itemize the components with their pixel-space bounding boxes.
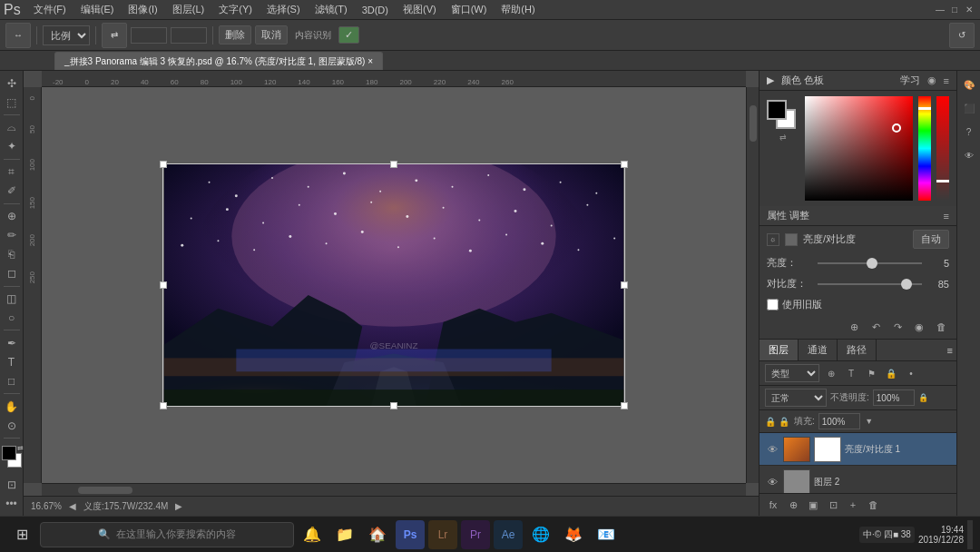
adj-icon-5[interactable]: 🗑: [933, 319, 949, 335]
menu-file[interactable]: 文件(F): [26, 1, 74, 18]
lasso-tool[interactable]: ⌓: [2, 119, 22, 136]
swatches-toggle[interactable]: ⬛: [959, 98, 979, 118]
cancel-btn[interactable]: 取消: [255, 25, 288, 44]
horizontal-scrollbar[interactable]: [42, 483, 746, 496]
crop-tool[interactable]: ⌗: [2, 163, 22, 181]
store-button[interactable]: 🏠: [363, 520, 392, 549]
contrast-slider[interactable]: [818, 278, 922, 291]
reset-btn[interactable]: ↺: [949, 23, 975, 48]
handle-middle-right[interactable]: [621, 281, 628, 289]
swap-icon[interactable]: ⇄: [779, 133, 787, 142]
eye-toggle[interactable]: 👁: [959, 145, 979, 165]
layer-tb-icon-4[interactable]: 🔒: [883, 365, 899, 381]
checkmark-btn[interactable]: ✓: [338, 26, 359, 44]
tab-channels[interactable]: 通道: [799, 340, 838, 360]
adj-icon-3[interactable]: ↷: [889, 319, 906, 335]
layer-adj-btn[interactable]: ▣: [805, 497, 821, 513]
layer-new-btn[interactable]: +: [845, 497, 861, 513]
menu-layer[interactable]: 图层(L): [165, 1, 211, 18]
layer-group-btn[interactable]: ⊡: [825, 497, 841, 513]
document-tab[interactable]: _拼接3 Panorama 编辑 3 恢复的.psd @ 16.7% (亮度/对…: [54, 52, 383, 70]
auto-btn[interactable]: 自动: [913, 230, 949, 249]
healing-tool[interactable]: ⊕: [2, 208, 22, 225]
handle-top-middle[interactable]: [390, 161, 397, 168]
maximize-button[interactable]: □: [947, 3, 962, 17]
close-button[interactable]: ✕: [962, 3, 976, 17]
adj-icon-2[interactable]: ↶: [867, 319, 884, 335]
layer-mask-btn[interactable]: ⊕: [785, 497, 801, 513]
foreground-swatch[interactable]: [767, 100, 787, 120]
menu-select[interactable]: 选择(S): [260, 1, 308, 18]
handle-bottom-right[interactable]: [621, 402, 628, 409]
right-panel-icon[interactable]: ▶: [767, 74, 774, 86]
show-desktop-button[interactable]: [967, 520, 973, 549]
vertical-scroll-thumb[interactable]: [750, 105, 757, 142]
delete-btn[interactable]: 删除: [219, 25, 251, 44]
browser-button[interactable]: 🌐: [526, 520, 555, 549]
layer-item-0[interactable]: 👁 亮度/对比度 1: [760, 433, 956, 466]
files-button[interactable]: 📁: [330, 520, 359, 549]
menu-view[interactable]: 视图(V): [396, 1, 444, 18]
eraser-tool[interactable]: ◻: [2, 265, 22, 282]
learn-label[interactable]: 学习: [900, 74, 920, 87]
x-field[interactable]: [131, 27, 167, 44]
email-button[interactable]: 📧: [592, 520, 621, 549]
menu-3d[interactable]: 3D(D): [355, 3, 396, 17]
menu-help[interactable]: 帮助(H): [494, 1, 542, 18]
layer-eye-0[interactable]: 👁: [765, 442, 779, 457]
color-panel-toggle[interactable]: 🎨: [959, 74, 979, 94]
blend-mode-select[interactable]: 正常: [765, 389, 827, 407]
canvas-image[interactable]: @SEANINZ: [162, 163, 625, 407]
handle-bottom-left[interactable]: [160, 402, 167, 409]
adj-layer-icon[interactable]: ☼: [767, 233, 779, 246]
foreground-color[interactable]: [2, 446, 16, 460]
stamp-tool[interactable]: ⎗: [2, 246, 22, 263]
tab-paths[interactable]: 路径: [838, 340, 877, 360]
transform-mode-select[interactable]: 比例: [43, 25, 90, 45]
menu-text[interactable]: 文字(Y): [211, 1, 260, 18]
quick-mask-btn[interactable]: ⊡: [2, 476, 22, 493]
move-tool[interactable]: ✣: [2, 74, 22, 92]
lightroom-button[interactable]: Lr: [428, 520, 457, 549]
panel-eye-icon[interactable]: ◉: [927, 74, 936, 86]
pen-tool[interactable]: ✒: [2, 334, 22, 351]
brush-tool[interactable]: ✏: [2, 227, 22, 244]
zoom-tool[interactable]: ⊙: [2, 417, 22, 434]
search-bar[interactable]: 🔍 在这里输入你要搜索的内容: [40, 522, 294, 547]
brightness-thumb[interactable]: [867, 258, 877, 269]
warp-btn[interactable]: ⇄: [102, 23, 127, 48]
swap-colors-icon[interactable]: ⇄: [17, 444, 24, 452]
contrast-thumb[interactable]: [901, 279, 912, 290]
premiere-button[interactable]: Pr: [461, 520, 490, 549]
status-arrow-left[interactable]: ◀: [69, 501, 76, 511]
use-legacy-checkbox[interactable]: [767, 299, 779, 310]
menu-edit[interactable]: 编辑(E): [74, 1, 122, 18]
learn-toggle[interactable]: ?: [959, 122, 979, 142]
magic-wand-tool[interactable]: ✦: [2, 138, 22, 155]
dodge-tool[interactable]: ○: [2, 309, 22, 326]
horizontal-scroll-thumb[interactable]: [78, 487, 132, 494]
eyedropper-tool[interactable]: ✐: [2, 182, 22, 200]
handle-top-right[interactable]: [621, 161, 628, 168]
selection-tool[interactable]: ⬚: [2, 94, 22, 111]
layer-tb-icon-3[interactable]: ⚑: [863, 365, 879, 381]
fill-options-icon[interactable]: ▼: [864, 416, 875, 427]
taskview-button[interactable]: 🔔: [298, 520, 327, 549]
move-tool-btn[interactable]: ↔: [5, 23, 31, 48]
status-arrow-right[interactable]: ▶: [175, 501, 182, 511]
panel-menu-icon[interactable]: ≡: [944, 75, 949, 86]
vertical-scrollbar[interactable]: [746, 87, 759, 483]
tab-layers[interactable]: 图层: [760, 340, 799, 360]
photoshop-button[interactable]: Ps: [396, 520, 425, 549]
minimize-button[interactable]: —: [933, 3, 947, 17]
layer-item-1[interactable]: 👁 图层 2: [760, 466, 956, 493]
handle-bottom-middle[interactable]: [390, 402, 397, 409]
opacity-lock-icon[interactable]: 🔒: [918, 392, 929, 403]
handle-top-left[interactable]: [160, 161, 167, 168]
menu-image[interactable]: 图像(I): [121, 1, 164, 18]
opacity-input[interactable]: [873, 389, 915, 406]
y-field[interactable]: [171, 27, 207, 44]
more-tools-btn[interactable]: •••: [2, 495, 22, 512]
fill-input[interactable]: [818, 413, 860, 429]
adj-icon-4[interactable]: ◉: [911, 319, 927, 335]
